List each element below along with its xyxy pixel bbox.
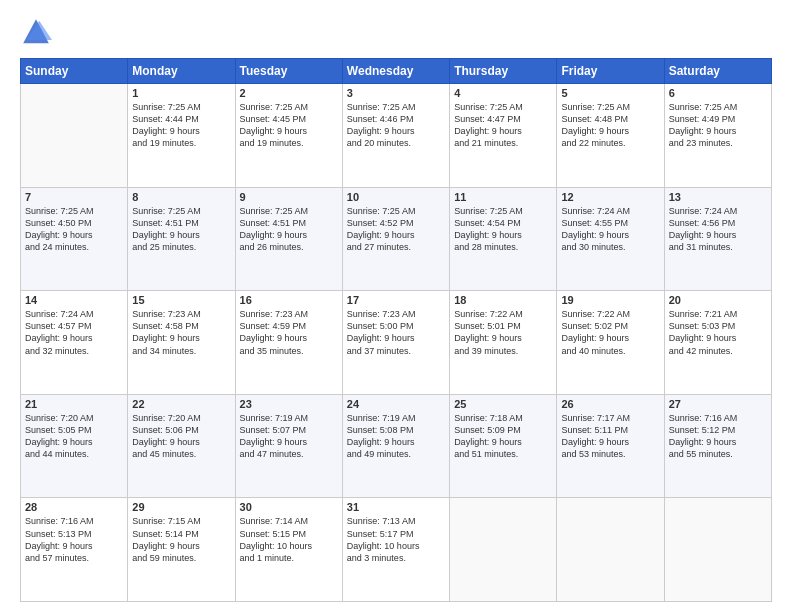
calendar-cell: 22Sunrise: 7:20 AMSunset: 5:06 PMDayligh… xyxy=(128,394,235,498)
day-info: Sunrise: 7:25 AMSunset: 4:51 PMDaylight:… xyxy=(240,205,338,254)
week-row-3: 14Sunrise: 7:24 AMSunset: 4:57 PMDayligh… xyxy=(21,291,772,395)
day-number: 9 xyxy=(240,191,338,203)
day-info: Sunrise: 7:13 AMSunset: 5:17 PMDaylight:… xyxy=(347,515,445,564)
calendar-cell: 1Sunrise: 7:25 AMSunset: 4:44 PMDaylight… xyxy=(128,84,235,188)
day-info: Sunrise: 7:24 AMSunset: 4:56 PMDaylight:… xyxy=(669,205,767,254)
day-number: 3 xyxy=(347,87,445,99)
weekday-header-friday: Friday xyxy=(557,59,664,84)
calendar-cell: 16Sunrise: 7:23 AMSunset: 4:59 PMDayligh… xyxy=(235,291,342,395)
day-number: 23 xyxy=(240,398,338,410)
calendar-cell: 28Sunrise: 7:16 AMSunset: 5:13 PMDayligh… xyxy=(21,498,128,602)
day-info: Sunrise: 7:21 AMSunset: 5:03 PMDaylight:… xyxy=(669,308,767,357)
week-row-2: 7Sunrise: 7:25 AMSunset: 4:50 PMDaylight… xyxy=(21,187,772,291)
calendar-cell: 5Sunrise: 7:25 AMSunset: 4:48 PMDaylight… xyxy=(557,84,664,188)
day-info: Sunrise: 7:23 AMSunset: 4:58 PMDaylight:… xyxy=(132,308,230,357)
calendar-cell: 31Sunrise: 7:13 AMSunset: 5:17 PMDayligh… xyxy=(342,498,449,602)
day-info: Sunrise: 7:25 AMSunset: 4:48 PMDaylight:… xyxy=(561,101,659,150)
day-number: 10 xyxy=(347,191,445,203)
day-info: Sunrise: 7:20 AMSunset: 5:06 PMDaylight:… xyxy=(132,412,230,461)
calendar-cell: 4Sunrise: 7:25 AMSunset: 4:47 PMDaylight… xyxy=(450,84,557,188)
page: SundayMondayTuesdayWednesdayThursdayFrid… xyxy=(0,0,792,612)
calendar-cell: 25Sunrise: 7:18 AMSunset: 5:09 PMDayligh… xyxy=(450,394,557,498)
day-info: Sunrise: 7:16 AMSunset: 5:13 PMDaylight:… xyxy=(25,515,123,564)
day-number: 28 xyxy=(25,501,123,513)
day-number: 20 xyxy=(669,294,767,306)
week-row-4: 21Sunrise: 7:20 AMSunset: 5:05 PMDayligh… xyxy=(21,394,772,498)
calendar-cell xyxy=(21,84,128,188)
day-info: Sunrise: 7:15 AMSunset: 5:14 PMDaylight:… xyxy=(132,515,230,564)
day-number: 4 xyxy=(454,87,552,99)
day-number: 15 xyxy=(132,294,230,306)
calendar-cell: 14Sunrise: 7:24 AMSunset: 4:57 PMDayligh… xyxy=(21,291,128,395)
calendar-cell: 19Sunrise: 7:22 AMSunset: 5:02 PMDayligh… xyxy=(557,291,664,395)
day-info: Sunrise: 7:23 AMSunset: 4:59 PMDaylight:… xyxy=(240,308,338,357)
calendar-cell: 15Sunrise: 7:23 AMSunset: 4:58 PMDayligh… xyxy=(128,291,235,395)
day-number: 13 xyxy=(669,191,767,203)
calendar-cell xyxy=(557,498,664,602)
day-info: Sunrise: 7:18 AMSunset: 5:09 PMDaylight:… xyxy=(454,412,552,461)
day-number: 11 xyxy=(454,191,552,203)
calendar-cell: 26Sunrise: 7:17 AMSunset: 5:11 PMDayligh… xyxy=(557,394,664,498)
week-row-5: 28Sunrise: 7:16 AMSunset: 5:13 PMDayligh… xyxy=(21,498,772,602)
day-info: Sunrise: 7:24 AMSunset: 4:55 PMDaylight:… xyxy=(561,205,659,254)
weekday-header-sunday: Sunday xyxy=(21,59,128,84)
day-info: Sunrise: 7:25 AMSunset: 4:47 PMDaylight:… xyxy=(454,101,552,150)
day-info: Sunrise: 7:14 AMSunset: 5:15 PMDaylight:… xyxy=(240,515,338,564)
day-info: Sunrise: 7:16 AMSunset: 5:12 PMDaylight:… xyxy=(669,412,767,461)
day-info: Sunrise: 7:22 AMSunset: 5:01 PMDaylight:… xyxy=(454,308,552,357)
day-info: Sunrise: 7:17 AMSunset: 5:11 PMDaylight:… xyxy=(561,412,659,461)
calendar-cell: 24Sunrise: 7:19 AMSunset: 5:08 PMDayligh… xyxy=(342,394,449,498)
calendar-cell: 27Sunrise: 7:16 AMSunset: 5:12 PMDayligh… xyxy=(664,394,771,498)
calendar-table: SundayMondayTuesdayWednesdayThursdayFrid… xyxy=(20,58,772,602)
calendar-cell: 12Sunrise: 7:24 AMSunset: 4:55 PMDayligh… xyxy=(557,187,664,291)
header xyxy=(20,16,772,48)
calendar-cell: 13Sunrise: 7:24 AMSunset: 4:56 PMDayligh… xyxy=(664,187,771,291)
day-number: 12 xyxy=(561,191,659,203)
day-number: 14 xyxy=(25,294,123,306)
day-number: 21 xyxy=(25,398,123,410)
calendar-cell: 20Sunrise: 7:21 AMSunset: 5:03 PMDayligh… xyxy=(664,291,771,395)
weekday-header-monday: Monday xyxy=(128,59,235,84)
calendar-cell xyxy=(664,498,771,602)
day-number: 22 xyxy=(132,398,230,410)
day-number: 16 xyxy=(240,294,338,306)
day-info: Sunrise: 7:24 AMSunset: 4:57 PMDaylight:… xyxy=(25,308,123,357)
weekday-header-tuesday: Tuesday xyxy=(235,59,342,84)
day-number: 31 xyxy=(347,501,445,513)
day-number: 27 xyxy=(669,398,767,410)
day-number: 25 xyxy=(454,398,552,410)
week-row-1: 1Sunrise: 7:25 AMSunset: 4:44 PMDaylight… xyxy=(21,84,772,188)
day-info: Sunrise: 7:22 AMSunset: 5:02 PMDaylight:… xyxy=(561,308,659,357)
calendar-cell: 18Sunrise: 7:22 AMSunset: 5:01 PMDayligh… xyxy=(450,291,557,395)
logo xyxy=(20,16,56,48)
day-info: Sunrise: 7:25 AMSunset: 4:46 PMDaylight:… xyxy=(347,101,445,150)
day-number: 19 xyxy=(561,294,659,306)
day-number: 6 xyxy=(669,87,767,99)
calendar-cell: 30Sunrise: 7:14 AMSunset: 5:15 PMDayligh… xyxy=(235,498,342,602)
weekday-header-row: SundayMondayTuesdayWednesdayThursdayFrid… xyxy=(21,59,772,84)
day-info: Sunrise: 7:25 AMSunset: 4:52 PMDaylight:… xyxy=(347,205,445,254)
day-info: Sunrise: 7:25 AMSunset: 4:45 PMDaylight:… xyxy=(240,101,338,150)
day-info: Sunrise: 7:19 AMSunset: 5:07 PMDaylight:… xyxy=(240,412,338,461)
day-number: 5 xyxy=(561,87,659,99)
day-number: 7 xyxy=(25,191,123,203)
weekday-header-saturday: Saturday xyxy=(664,59,771,84)
calendar-cell: 21Sunrise: 7:20 AMSunset: 5:05 PMDayligh… xyxy=(21,394,128,498)
day-number: 8 xyxy=(132,191,230,203)
day-number: 17 xyxy=(347,294,445,306)
weekday-header-wednesday: Wednesday xyxy=(342,59,449,84)
day-number: 26 xyxy=(561,398,659,410)
day-info: Sunrise: 7:25 AMSunset: 4:49 PMDaylight:… xyxy=(669,101,767,150)
day-info: Sunrise: 7:25 AMSunset: 4:44 PMDaylight:… xyxy=(132,101,230,150)
calendar-cell: 23Sunrise: 7:19 AMSunset: 5:07 PMDayligh… xyxy=(235,394,342,498)
logo-icon xyxy=(20,16,52,48)
calendar-cell: 6Sunrise: 7:25 AMSunset: 4:49 PMDaylight… xyxy=(664,84,771,188)
calendar-cell: 3Sunrise: 7:25 AMSunset: 4:46 PMDaylight… xyxy=(342,84,449,188)
day-number: 30 xyxy=(240,501,338,513)
day-info: Sunrise: 7:23 AMSunset: 5:00 PMDaylight:… xyxy=(347,308,445,357)
calendar-cell: 29Sunrise: 7:15 AMSunset: 5:14 PMDayligh… xyxy=(128,498,235,602)
calendar-cell: 11Sunrise: 7:25 AMSunset: 4:54 PMDayligh… xyxy=(450,187,557,291)
day-info: Sunrise: 7:20 AMSunset: 5:05 PMDaylight:… xyxy=(25,412,123,461)
day-info: Sunrise: 7:19 AMSunset: 5:08 PMDaylight:… xyxy=(347,412,445,461)
day-info: Sunrise: 7:25 AMSunset: 4:50 PMDaylight:… xyxy=(25,205,123,254)
